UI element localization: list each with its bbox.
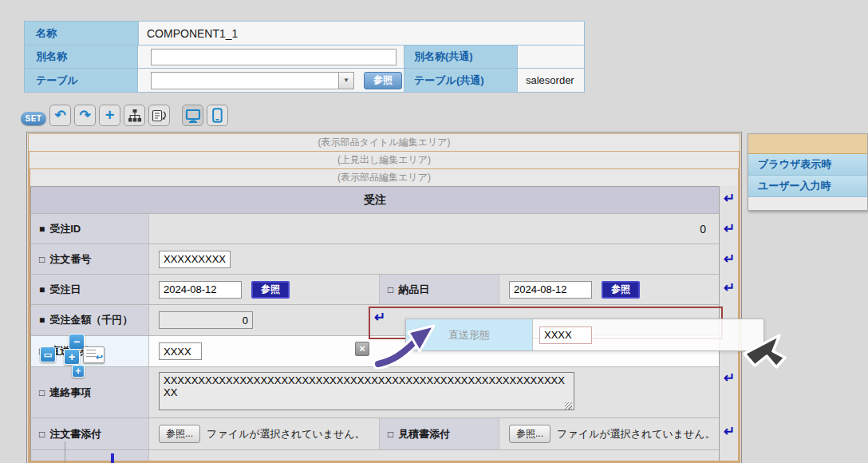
drag-handle-icon[interactable]: ↩ — [83, 346, 105, 363]
order-date-label-cell[interactable]: ■ 受注日 — [31, 275, 149, 304]
mouse-cursor-icon — [743, 333, 787, 373]
order-attachment-browse-button[interactable]: 参照... — [159, 425, 200, 443]
order-attachment-value-cell: 参照... ファイルが選択されていません。 — [149, 418, 379, 449]
order-amount-label: 受注金額（千円） — [49, 313, 132, 327]
add-button[interactable]: + — [99, 105, 120, 126]
heading-edit-area-label[interactable]: (上見出し編集エリア) — [30, 152, 739, 168]
linebreak-icon[interactable]: ↵ — [722, 370, 736, 386]
side-panel-item-user-input[interactable]: ユーザー入力時 — [748, 176, 867, 197]
delivery-date-label-cell[interactable]: □ 納品日 — [379, 275, 499, 304]
order-date-input[interactable] — [159, 281, 242, 299]
order-date-value-cell: 参照 — [149, 275, 379, 304]
optional-marker: □ — [39, 254, 45, 265]
linebreak-icon[interactable]: ↵ — [722, 220, 736, 237]
remarks-textarea[interactable]: XXXXXXXXXXXXXXXXXXXXXXXXXXXXXXXXXXXXXXXX… — [159, 372, 574, 410]
required-marker: ■ — [39, 284, 45, 295]
remarks-value-cell: XXXXXXXXXXXXXXXXXXXXXXXXXXXXXXXXXXXXXXXX… — [149, 367, 719, 417]
order-number-value-cell — [149, 244, 719, 274]
order-amount-input[interactable] — [159, 311, 253, 329]
order-attachment-label: 注文書添付 — [49, 427, 101, 441]
remove-field-button[interactable]: × — [355, 342, 369, 356]
alias-common-value — [518, 46, 584, 68]
form-row-order-number: □ 注文番号 — [31, 243, 719, 274]
side-panel-header — [748, 134, 867, 154]
form-row-partial — [31, 449, 719, 461]
component-edit-area-label[interactable]: (表示部品編集エリア) — [30, 169, 738, 186]
insert-left-icon[interactable]: ▭ — [40, 346, 56, 362]
side-panel-item-browser-display[interactable]: ブラウザ表示時 — [748, 154, 867, 176]
redo-icon: ↷ — [79, 107, 90, 124]
optional-marker: □ — [388, 284, 393, 295]
form-title: 受注 — [31, 187, 719, 213]
remarks-label: 連絡事項 — [49, 386, 91, 400]
linebreak-icon[interactable]: ↵ — [722, 279, 736, 296]
component-meta-table: 名称 COMPONENT1_1 別名称 別名称(共通) テーブル ▼ 参照 テー… — [24, 21, 585, 93]
form-row-attachments: □ 注文書添付 参照... ファイルが選択されていません。 □ 見積書添付 — [31, 417, 719, 449]
divider — [65, 441, 65, 463]
list-sync-button[interactable] — [148, 105, 170, 126]
delivery-date-browse-button[interactable]: 参照 — [602, 281, 640, 299]
order-number-input[interactable] — [159, 251, 231, 268]
event-side-panel: ブラウザ表示時 ユーザー入力時 — [748, 133, 868, 211]
partial-value-cell — [149, 450, 719, 461]
linebreak-icon[interactable]: ↵ — [722, 251, 736, 267]
set-badge: SET — [21, 112, 46, 125]
table-browse-button[interactable]: 参照 — [364, 72, 402, 89]
optional-marker: □ — [39, 387, 45, 398]
insert-below-icon[interactable]: + — [72, 365, 85, 378]
form-row-remarks: □ 連絡事項 XXXXXXXXXXXXXXXXXXXXXXXXXXXXXXXXX… — [31, 366, 719, 417]
title-edit-area-label[interactable]: (表示部品タイトル編集エリア) — [29, 134, 740, 151]
order-id-label-cell[interactable]: ■ 受注ID — [31, 214, 149, 243]
quote-attachment-value-cell: 参照... ファイルが選択されていません。 — [499, 418, 719, 449]
move-up-icon[interactable]: − — [69, 334, 85, 350]
remarks-label-cell[interactable]: □ 連絡事項 — [31, 367, 149, 417]
dropdown-arrow-icon[interactable]: ▼ — [339, 72, 354, 89]
order-id-value: 0 — [159, 223, 719, 235]
mobile-icon — [212, 108, 223, 123]
mobile-view-button[interactable] — [207, 105, 228, 126]
linebreak-icon[interactable]: ↵ — [722, 190, 736, 207]
meta-row-alias: 別名称 別名称(共通) — [25, 45, 584, 68]
quote-attachment-browse-button[interactable]: 参照... — [509, 425, 550, 443]
name-label: 名称 — [25, 22, 139, 45]
direct-ship-input[interactable] — [159, 342, 202, 360]
dragged-row-ghost: 直送形態 — [405, 319, 764, 351]
form-row-dates: ■ 受注日 参照 □ 納品日 — [31, 274, 719, 304]
insert-here-icon[interactable]: + — [64, 349, 80, 365]
order-amount-label-cell[interactable]: ■ 受注金額（千円） — [31, 305, 149, 335]
order-number-label-cell[interactable]: □ 注文番号 — [31, 244, 149, 274]
quote-attachment-label: 見積書添付 — [398, 427, 450, 441]
undo-button[interactable]: ↶ — [49, 105, 71, 126]
hierarchy-icon — [128, 109, 142, 123]
optional-marker: □ — [388, 429, 393, 440]
delivery-date-input[interactable] — [509, 281, 592, 299]
order-date-browse-button[interactable]: 参照 — [251, 281, 290, 299]
table-select[interactable]: ▼ — [151, 72, 354, 89]
title-edit-area: (表示部品タイトル編集エリア) (上見出し編集エリア) (表示部品編集エリア) … — [28, 133, 740, 463]
order-date-label: 受注日 — [49, 283, 81, 297]
table-select-value[interactable] — [151, 72, 339, 89]
plus-icon: + — [105, 106, 115, 125]
component-name-value: COMPONENT1_1 — [139, 22, 584, 45]
alias-input[interactable] — [151, 49, 397, 65]
quote-attachment-label-cell[interactable]: □ 見積書添付 — [379, 418, 499, 449]
drag-arrow-icon: ↩ — [96, 352, 103, 362]
redo-button[interactable]: ↷ — [74, 105, 96, 126]
table-label: テーブル — [25, 69, 138, 92]
table-common-label: テーブル(共通) — [404, 69, 518, 92]
table-cell: ▼ 参照 — [138, 69, 404, 92]
alias-label: 別名称 — [25, 46, 138, 68]
alias-cell — [138, 46, 404, 68]
delivery-date-label: 納品日 — [398, 283, 429, 297]
order-attachment-label-cell[interactable]: □ 注文書添付 — [31, 418, 149, 449]
component-editor: (表示部品タイトル編集エリア) (上見出し編集エリア) (表示部品編集エリア) … — [26, 132, 742, 463]
partial-label-cell — [31, 450, 149, 461]
required-marker: ■ — [39, 315, 45, 326]
dragged-row-input — [539, 326, 592, 344]
desktop-view-button[interactable] — [182, 105, 203, 126]
order-id-value-cell: 0 — [149, 214, 719, 243]
annotation-arrow-icon — [373, 321, 439, 369]
undo-icon: ↶ — [54, 107, 65, 124]
hierarchy-button[interactable] — [124, 105, 145, 126]
linebreak-icon[interactable]: ↵ — [722, 423, 736, 440]
